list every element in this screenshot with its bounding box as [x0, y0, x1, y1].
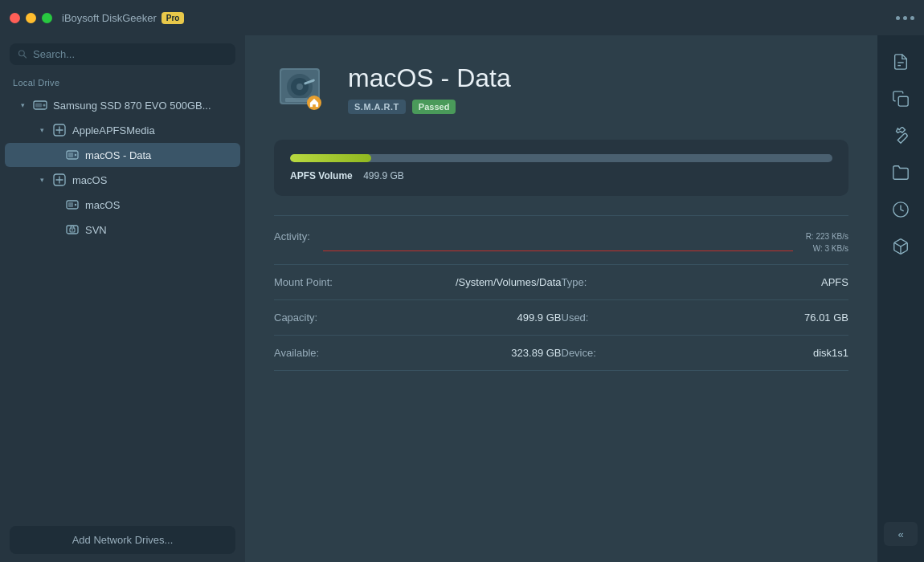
sidebar-item-svn-label: SVN — [85, 224, 231, 236]
main-content: macOS - Data S.M.A.R.T Passed APFS Volum… — [245, 35, 877, 562]
apfs-icon — [51, 122, 67, 138]
app-title: iBoysoft DiskGeeker — [62, 12, 157, 24]
storage-label: APFS Volume 499.9 GB — [290, 170, 832, 181]
storage-bar-inner — [290, 154, 371, 162]
smart-test-button[interactable] — [884, 230, 918, 263]
toolkit-button[interactable] — [884, 119, 918, 153]
volume-icon — [64, 147, 80, 163]
locked-volume-icon — [64, 222, 80, 238]
available-val: 323.89 GB — [362, 347, 562, 359]
search-input[interactable] — [33, 48, 227, 60]
clone-button[interactable] — [884, 82, 918, 116]
info-cell-available-key: Available: 323.89 GB — [274, 347, 562, 359]
chevron-icon: ▾ — [37, 125, 47, 135]
sidebar-item-macos-group-label: macOS — [72, 174, 231, 186]
collapse-button[interactable]: « — [884, 522, 918, 546]
titlebar: iBoysoft DiskGeeker Pro — [0, 0, 924, 35]
volume-icon — [64, 197, 80, 213]
browse-button[interactable] — [884, 156, 918, 189]
traffic-lights — [10, 13, 52, 23]
info-cell-device: Device: disk1s1 — [562, 347, 849, 359]
svg-line-1 — [24, 55, 27, 58]
svg-rect-11 — [68, 202, 73, 207]
available-key: Available: — [274, 347, 362, 359]
write-stat: W: 3 KB/s — [806, 242, 848, 255]
volume-type: APFS Volume — [290, 170, 353, 181]
svg-rect-3 — [35, 104, 42, 108]
disk-title: macOS - Data — [348, 63, 511, 93]
smart-badges: S.M.A.R.T Passed — [348, 100, 511, 114]
type-key: Type: — [562, 276, 650, 288]
search-icon — [18, 49, 27, 59]
type-val: APFS — [650, 276, 849, 288]
sidebar-item-samsung[interactable]: ▾ Samsung SSD 870 EVO 500GB... — [5, 93, 240, 117]
activity-label: Activity: — [274, 230, 310, 242]
capacity-key: Capacity: — [274, 312, 362, 324]
add-network-button[interactable]: Add Network Drives... — [10, 526, 235, 554]
sidebar-item-macos-group[interactable]: ▾ macOS — [5, 168, 240, 192]
info-cell-mount-key: Mount Point: /System/Volumes/Data — [274, 276, 562, 288]
info-cell-capacity-key: Capacity: 499.9 GB — [274, 312, 562, 324]
chevron-icon: ▾ — [37, 175, 47, 185]
more-button[interactable] — [896, 16, 914, 20]
pro-badge: Pro — [161, 12, 185, 24]
mount-val: /System/Volumes/Data — [362, 276, 562, 288]
sidebar-item-macos-label: macOS — [85, 199, 231, 211]
activity-graph — [323, 230, 793, 259]
activity-stats: R: 223 KB/s W: 3 KB/s — [806, 230, 848, 255]
sidebar: Local Drive ▾ Samsung SSD 870 EVO 500GB.… — [0, 35, 245, 562]
smart-badge: S.M.A.R.T — [348, 100, 406, 114]
sidebar-section-label: Local Drive — [0, 73, 245, 91]
sidebar-item-appleapfs-label: AppleAPFSMedia — [72, 124, 231, 136]
svg-rect-21 — [285, 98, 308, 102]
svg-rect-25 — [898, 96, 908, 106]
capacity-val: 499.9 GB — [362, 312, 562, 324]
sidebar-item-samsung-label: Samsung SSD 870 EVO 500GB... — [53, 100, 231, 112]
activity-section: Activity: R: 223 KB/s W: 3 KB/s — [274, 215, 848, 259]
info-cell-type: Type: APFS — [562, 276, 849, 288]
sidebar-item-macos-data[interactable]: ▾ macOS - Data — [5, 143, 240, 167]
right-toolbar: « — [877, 35, 924, 562]
chevron-icon: ▾ — [18, 100, 27, 110]
svg-point-8 — [75, 154, 76, 156]
activity-header: Activity: R: 223 KB/s W: 3 KB/s — [274, 230, 848, 259]
passed-badge: Passed — [412, 100, 456, 114]
mount-key: Mount Point: — [274, 276, 362, 288]
svg-rect-7 — [68, 153, 73, 157]
sidebar-item-svn[interactable]: ▾ SVN — [5, 218, 240, 242]
used-val: 76.01 GB — [650, 312, 849, 324]
device-val: disk1s1 — [650, 347, 849, 359]
apfs-icon — [51, 172, 67, 188]
read-stat: R: 223 KB/s — [806, 230, 848, 242]
storage-bar-section: APFS Volume 499.9 GB — [274, 140, 848, 196]
svg-point-12 — [75, 204, 76, 206]
close-button[interactable] — [10, 13, 20, 23]
sidebar-item-macos-data-label: macOS - Data — [85, 149, 231, 161]
info-row-mount: Mount Point: /System/Volumes/Data Type: … — [274, 265, 848, 300]
device-key: Device: — [562, 347, 650, 359]
sidebar-item-appleapfs[interactable]: ▾ AppleAPFSMedia — [5, 118, 240, 142]
svg-point-4 — [43, 104, 46, 107]
disk-header: macOS - Data S.M.A.R.T Passed — [274, 59, 848, 117]
minimize-button[interactable] — [26, 13, 36, 23]
used-key: Used: — [562, 312, 650, 324]
activity-line — [323, 250, 793, 251]
hdd-icon — [32, 97, 48, 113]
sidebar-tree: ▾ Samsung SSD 870 EVO 500GB... ▾ — [0, 91, 245, 518]
disk-icon — [274, 59, 332, 117]
info-row-capacity: Capacity: 499.9 GB Used: 76.01 GB — [274, 300, 848, 336]
search-bar[interactable] — [10, 43, 235, 65]
info-row-available: Available: 323.89 GB Device: disk1s1 — [274, 336, 848, 371]
svg-point-19 — [296, 83, 303, 90]
maximize-button[interactable] — [42, 13, 52, 23]
info-cell-used: Used: 76.01 GB — [562, 312, 849, 324]
sidebar-item-macos[interactable]: ▾ macOS — [5, 193, 240, 217]
info-grid: Mount Point: /System/Volumes/Data Type: … — [274, 264, 848, 371]
storage-bar-outer — [290, 154, 832, 162]
benchmark-button[interactable] — [884, 193, 918, 226]
file-scan-button[interactable] — [884, 45, 918, 79]
storage-size: 499.9 GB — [363, 170, 404, 181]
